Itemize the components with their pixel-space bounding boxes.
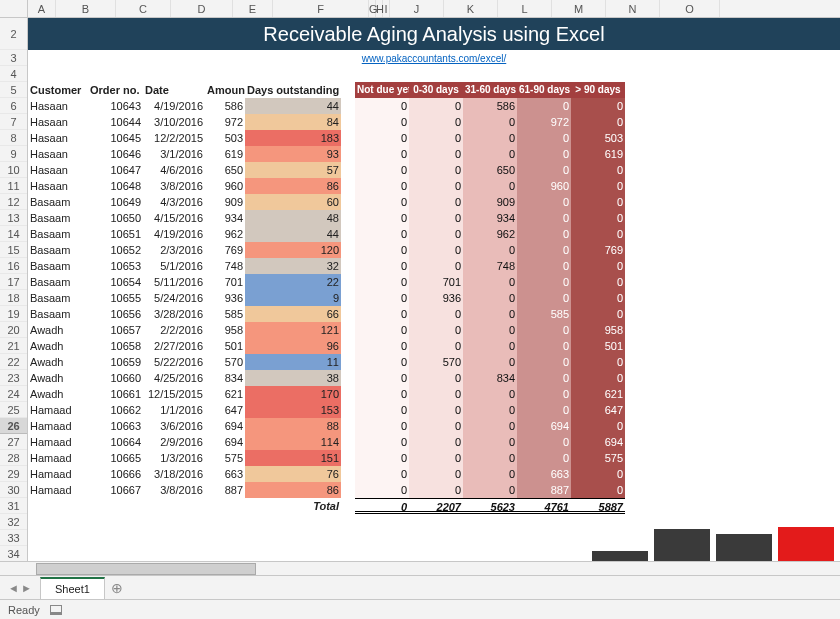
table-row[interactable]: Awadh106582/27/2016501960000501: [28, 338, 840, 354]
table-row[interactable]: Basaam106514/19/2016962440096200: [28, 226, 840, 242]
total-ag4: 5887: [571, 498, 625, 514]
total-ag3: 4761: [517, 498, 571, 514]
chevron-left-icon: ◄: [8, 582, 19, 594]
horizontal-scrollbar[interactable]: [0, 561, 840, 575]
table-row[interactable]: Hamaad106673/8/2016887860008870: [28, 482, 840, 498]
hdr-ag4: > 90 days: [571, 82, 625, 98]
table-row[interactable]: Hasaan1064512/2/20155031830000503: [28, 130, 840, 146]
hdr-ag3: 61-90 days: [517, 82, 571, 98]
chart-bar: [592, 551, 648, 561]
chart-bar: [716, 534, 772, 561]
table-row[interactable]: Basaam106563/28/2016585660005850: [28, 306, 840, 322]
status-bar: Ready: [0, 599, 840, 619]
table-row[interactable]: Basaam106504/15/2016934480093400: [28, 210, 840, 226]
tab-sheet1[interactable]: Sheet1: [40, 577, 105, 599]
hdr-ag0: Not due yet: [355, 82, 409, 98]
table-row[interactable]: Hamaad106633/6/2016694880006940: [28, 418, 840, 434]
table-row[interactable]: Hasaan106483/8/2016960860009600: [28, 178, 840, 194]
totals-bar-chart: [28, 526, 840, 561]
add-sheet-button[interactable]: ⊕: [105, 579, 129, 597]
sheet-tabs: ◄ ► Sheet1 ⊕: [0, 575, 840, 599]
table-row[interactable]: Basaam106555/24/201693690936000: [28, 290, 840, 306]
table-row[interactable]: Basaam106545/11/2016701220701000: [28, 274, 840, 290]
table-row[interactable]: Basaam106535/1/2016748320074800: [28, 258, 840, 274]
table-row[interactable]: Awadh106572/2/20169581210000958: [28, 322, 840, 338]
table-row[interactable]: Hamaad106651/3/20165751510000575: [28, 450, 840, 466]
tab-nav-arrows[interactable]: ◄ ►: [0, 582, 40, 594]
macro-record-icon[interactable]: [50, 605, 62, 615]
hdr-customer: Customer: [28, 82, 88, 98]
chart-bar: [654, 529, 710, 561]
total-ag0: 0: [355, 498, 409, 514]
table-row[interactable]: Hamaad106621/1/20166471530000647: [28, 402, 840, 418]
table-row[interactable]: Awadh106604/25/2016834380083400: [28, 370, 840, 386]
table-row[interactable]: Hasaan106434/19/2016586440058600: [28, 98, 840, 114]
table-row[interactable]: Hasaan106463/1/2016619930000619: [28, 146, 840, 162]
total-row: Total 0 2207 5623 4761 5887: [28, 498, 840, 514]
hdr-date: Date: [143, 82, 205, 98]
table-row[interactable]: Hasaan106443/10/2016972840009720: [28, 114, 840, 130]
link-row: www.pakaccountants.com/excel/: [28, 50, 840, 66]
table-row[interactable]: Hamaad106663/18/2016663760006630: [28, 466, 840, 482]
table-row[interactable]: Hasaan106474/6/2016650570065000: [28, 162, 840, 178]
row-headers[interactable]: 2345678910111213141516171819202122232425…: [0, 18, 28, 561]
table-row[interactable]: Awadh106595/22/2016570110570000: [28, 354, 840, 370]
table-row[interactable]: Hamaad106642/9/20166941140000694: [28, 434, 840, 450]
table-row[interactable]: Basaam106522/3/20167691200000769: [28, 242, 840, 258]
hdr-days: Days outstanding: [245, 82, 341, 98]
table-header-row: Customer Order no. Date Amount Days outs…: [28, 82, 840, 98]
chart-bar: [778, 527, 834, 561]
worksheet[interactable]: Receivable Aging Analysis using Excel ww…: [28, 18, 840, 561]
total-ag1: 2207: [409, 498, 463, 514]
status-text: Ready: [8, 604, 40, 616]
total-label: Total: [245, 498, 341, 514]
total-ag2: 5623: [463, 498, 517, 514]
hdr-amount: Amount: [205, 82, 245, 98]
chevron-right-icon: ►: [21, 582, 32, 594]
page-title: Receivable Aging Analysis using Excel: [28, 18, 840, 50]
hdr-ag2: 31-60 days: [463, 82, 517, 98]
table-row[interactable]: Basaam106494/3/2016909600090900: [28, 194, 840, 210]
column-headers[interactable]: ABCDEFGHIJKLMNO: [0, 0, 840, 18]
source-link[interactable]: www.pakaccountants.com/excel/: [362, 53, 507, 64]
hdr-ag1: 0-30 days: [409, 82, 463, 98]
hdr-order: Order no.: [88, 82, 143, 98]
table-row[interactable]: Awadh1066112/15/20156211700000621: [28, 386, 840, 402]
